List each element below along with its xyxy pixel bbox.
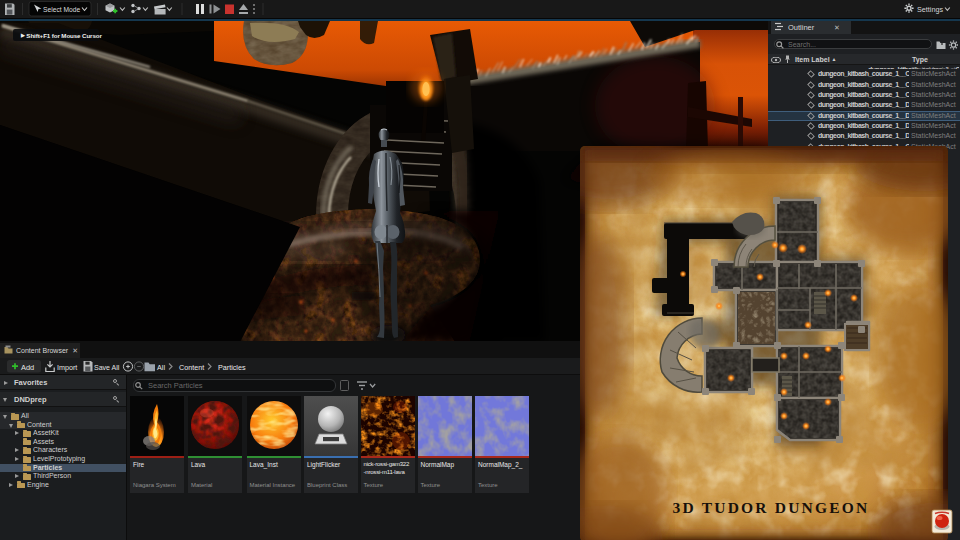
svg-text:Import: Import xyxy=(57,363,77,372)
svg-text:Save All: Save All xyxy=(94,364,120,371)
svg-text:All: All xyxy=(157,363,165,372)
svg-text:Settings: Settings xyxy=(917,5,943,14)
svg-text:3D TUDOR DUNGEON: 3D TUDOR DUNGEON xyxy=(673,499,870,516)
svg-text:Add: Add xyxy=(21,363,34,372)
svg-text:Select Mode: Select Mode xyxy=(43,6,80,13)
svg-text:Particles: Particles xyxy=(218,363,246,372)
svg-text:Content: Content xyxy=(179,363,204,372)
